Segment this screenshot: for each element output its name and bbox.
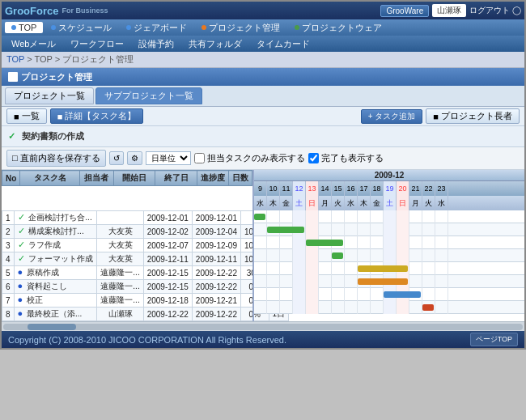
sub-menu-equipment[interactable]: 設備予約	[132, 37, 180, 51]
table-row[interactable]: 2 ✓ 構成案検討打... 大友英 2009-12-02 2009-12-04 …	[2, 225, 289, 239]
project-top-btn[interactable]: ■ プロジェクト長者	[426, 108, 520, 124]
cell-no: 6	[2, 280, 15, 294]
day-18: 18	[371, 181, 384, 196]
section-title: 契約書類の作成	[19, 129, 87, 144]
tab-subproject-list[interactable]: サブプロジェクト一覧	[95, 87, 202, 104]
th-taskname: タスク名	[20, 171, 80, 186]
menu-schedule[interactable]: スケジュール	[45, 21, 118, 35]
cell-assignee: 大友英	[97, 225, 143, 239]
unit-select[interactable]: 日単位	[146, 151, 191, 165]
settings-btn[interactable]: ⚙	[127, 151, 142, 165]
cell-no: 7	[2, 294, 15, 308]
cell-assignee: 大友英	[97, 252, 143, 266]
th-assignee: 担当者	[79, 171, 113, 186]
cell-start: 2009-12-15	[143, 266, 192, 280]
month-label: 2009-12	[254, 171, 524, 180]
done-check-label: 完了も表示する	[308, 152, 384, 164]
cell-end: 2009-12-04	[192, 225, 240, 239]
table-row[interactable]: 4 ✓ フォーマット作成 大友英 2009-12-11 2009-12-11 1…	[2, 252, 289, 266]
list-view-btn[interactable]: ■ 一覧	[6, 108, 47, 124]
gantt-left-data: 1 ✓ 企画検討打ち合... 2009-12-01 2009-12-01 2 ✓…	[2, 210, 252, 321]
wd-thu: 木	[267, 196, 280, 210]
table-row[interactable]: 5 ● 原稿作成 遠藤隆一... 2009-12-15 2009-12-22 3…	[2, 266, 289, 280]
weekday-headers: 水 木 金 土 日 月 火 水 木 金 土 日 月 火 水	[254, 196, 524, 210]
filter-check[interactable]	[194, 153, 205, 163]
gantt-row	[254, 249, 524, 262]
gantt-row	[254, 275, 524, 288]
table-row[interactable]: 6 ● 資料起こし 遠藤隆一... 2009-12-15 2009-12-22 …	[2, 280, 289, 294]
footer-logo: Copyright (C) 2008-2010 JICOO CORPORATIO…	[8, 335, 286, 345]
wd-wed2: 水	[345, 196, 358, 210]
logout-btn[interactable]: ログアウト ◯	[469, 5, 521, 16]
gantt-row	[254, 262, 524, 275]
cell-end: 2009-12-11	[192, 252, 240, 266]
add-task-btn[interactable]: + タスク追加	[361, 109, 423, 124]
gantt-row	[254, 301, 524, 314]
sub-menu-webmail[interactable]: Webメール	[5, 37, 62, 51]
breadcrumb: TOP > TOP > プロジェクト管理	[2, 52, 524, 68]
day-21: 21	[409, 181, 422, 196]
sub-menu-timecard[interactable]: タイムカード	[250, 37, 316, 51]
tab-bar: プロジェクト一覧 サブプロジェクト一覧	[2, 86, 524, 107]
gantt-bar	[332, 252, 343, 259]
table-row[interactable]: 3 ✓ ラフ作成 大友英 2009-12-07 2009-12-09 100% …	[2, 239, 289, 252]
h-scrollbar[interactable]	[2, 321, 524, 331]
menu-dot-jboard	[126, 25, 131, 30]
cell-taskname: ✓ ラフ作成	[14, 239, 97, 252]
sub-menu-workflow[interactable]: ワークフロー	[64, 37, 130, 51]
grooware-btn[interactable]: GrooWare	[380, 5, 429, 17]
gantt-row	[254, 236, 524, 249]
menu-jboard[interactable]: ジェアボード	[120, 21, 193, 35]
cell-assignee: 山瀬琢	[97, 308, 143, 321]
status-icon: ✓	[18, 212, 25, 222]
menu-dot-top	[11, 25, 16, 30]
cell-no: 8	[2, 308, 15, 321]
day-15: 15	[332, 181, 345, 196]
day-12: 12	[293, 181, 306, 196]
cell-no: 4	[2, 252, 15, 266]
breadcrumb-top[interactable]: TOP	[6, 54, 24, 64]
section-title-bar: ✓ 契約書類の作成	[2, 126, 524, 147]
day-13: 13	[306, 181, 319, 196]
done-check[interactable]	[308, 153, 319, 163]
main-menu-bar: TOP スケジュール ジェアボード プロジェクト管理 プロジェクトウェア	[2, 19, 524, 36]
day-14: 14	[319, 181, 332, 196]
menu-projectware[interactable]: プロジェクトウェア	[288, 21, 388, 35]
table-row[interactable]: 7 ● 校正 遠藤隆一... 2009-12-18 2009-12-21 0% …	[2, 294, 289, 308]
cell-end: 2009-12-09	[192, 239, 240, 252]
detail-view-btn[interactable]: ■ 詳細【タスク名】	[50, 108, 144, 124]
gantt-data: 1 ✓ 企画検討打ち合... 2009-12-01 2009-12-01 2 ✓…	[2, 210, 524, 321]
wd-sun1: 日	[306, 196, 319, 210]
day-11: 11	[280, 181, 293, 196]
tab-project-list[interactable]: プロジェクト一覧	[5, 87, 94, 104]
table-row[interactable]: 8 ● 最終校正（添... 山瀬琢 2009-12-22 2009-12-22 …	[2, 308, 289, 321]
table-row[interactable]: 1 ✓ 企画検討打ち合... 2009-12-01 2009-12-01	[2, 211, 289, 225]
cell-assignee: 遠藤隆一...	[97, 266, 143, 280]
th-end: 終了日	[155, 171, 197, 186]
menu-project[interactable]: プロジェクト管理	[195, 21, 286, 35]
wd-sat1: 土	[293, 196, 306, 210]
wd-mon2: 月	[409, 196, 422, 210]
day-20: 20	[397, 181, 409, 196]
th-days: 日数	[228, 171, 252, 186]
scroll-thumb[interactable]	[28, 324, 76, 330]
gantt-header: No タスク名 担当者 開始日 終了日 進捗度 日数	[2, 170, 524, 210]
app-logo: GrooForce For Business	[5, 5, 108, 17]
refresh-btn[interactable]: ↺	[109, 151, 124, 165]
gantt-toolbar: □ 直前内容を保存する ↺ ⚙ 日単位 担当タスクのみ表示する 完了も表示する	[2, 147, 524, 170]
user-badge: 山瀬琢	[432, 4, 466, 17]
page-top-btn[interactable]: ページTOP	[470, 333, 518, 346]
action-bar: ■ 一覧 ■ 詳細【タスク名】 + タスク追加 ■ プロジェクト長者	[2, 107, 524, 126]
menu-dot-projectware	[295, 25, 299, 30]
top-bar: GrooForce For Business GrooWare 山瀬琢 ログアウ…	[2, 2, 524, 19]
status-icon: ✓	[18, 253, 25, 263]
day-22: 22	[422, 181, 435, 196]
gantt-bar	[254, 214, 265, 220]
gantt-row	[254, 210, 524, 223]
day-23: 23	[435, 181, 448, 196]
sub-menu-folder[interactable]: 共有フォルダ	[182, 37, 248, 51]
menu-top[interactable]: TOP	[5, 22, 43, 33]
wd-wed1: 水	[254, 196, 267, 210]
wd-fri2: 金	[371, 196, 384, 210]
save-content-btn[interactable]: □ 直前内容を保存する	[6, 150, 106, 167]
